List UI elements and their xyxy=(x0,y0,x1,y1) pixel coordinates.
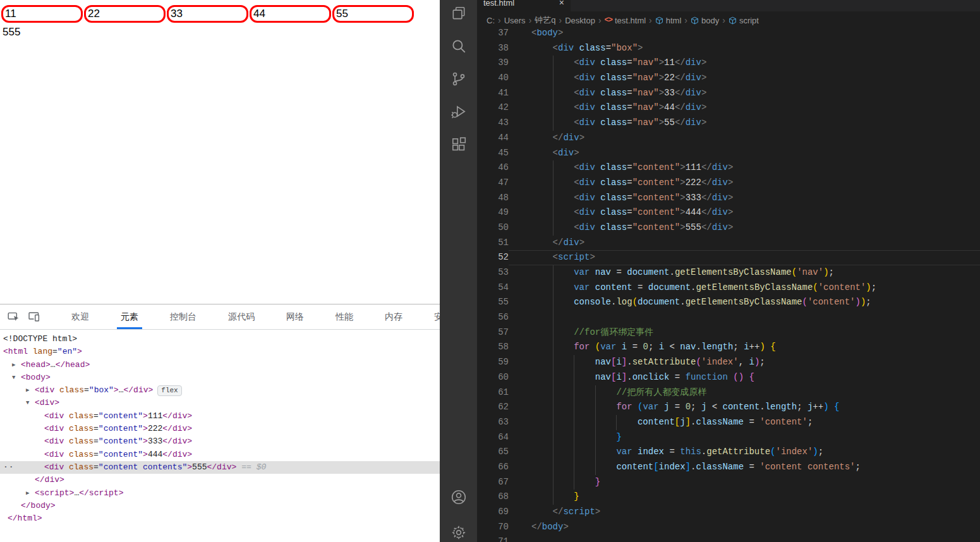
line-number[interactable]: 39 xyxy=(477,56,509,71)
line-number[interactable]: 62 xyxy=(477,400,509,415)
devtools-tab-安全性[interactable]: 安全性 xyxy=(418,304,440,329)
inspect-element-icon[interactable] xyxy=(7,310,20,323)
breadcrumb-item-script[interactable]: script xyxy=(729,16,759,25)
devtools-tab-源代码[interactable]: 源代码 xyxy=(212,304,270,329)
line-number[interactable]: 38 xyxy=(477,41,509,56)
line-number[interactable]: 59 xyxy=(477,355,509,370)
line-number[interactable]: 69 xyxy=(477,505,509,520)
line-number[interactable]: 46 xyxy=(477,160,509,176)
elements-tree-row[interactable]: ▶<script>…</script> xyxy=(0,487,440,500)
code-line-39[interactable]: 39<div class="nav">11</div> xyxy=(477,56,980,71)
code-line-68[interactable]: 68} xyxy=(477,490,980,505)
devtools-tab-内存[interactable]: 内存 xyxy=(369,304,418,329)
code-line-50[interactable]: 50<div class="content">555</div> xyxy=(477,220,980,236)
line-number[interactable]: 63 xyxy=(477,415,509,430)
device-toolbar-icon[interactable] xyxy=(27,310,40,323)
line-number[interactable]: 65 xyxy=(477,445,509,460)
code-line-63[interactable]: 63content[j].className = 'content'; xyxy=(477,415,980,430)
elements-tree-row[interactable]: </body> xyxy=(0,500,440,512)
code-line-65[interactable]: 65var index = this.getAttribute('index')… xyxy=(477,445,980,460)
code-line-48[interactable]: 48<div class="content">333</div> xyxy=(477,191,980,206)
elements-tree-row[interactable]: <div class="content">222</div> xyxy=(0,423,440,435)
elements-tree-row[interactable]: <!DOCTYPE html> xyxy=(0,333,440,346)
line-number[interactable]: 45 xyxy=(477,146,509,161)
line-number[interactable]: 43 xyxy=(477,116,509,131)
line-number[interactable]: 54 xyxy=(477,280,509,296)
search-icon[interactable] xyxy=(451,38,467,54)
code-line-47[interactable]: 47<div class="content">222</div> xyxy=(477,176,980,191)
code-line-56[interactable]: 56 xyxy=(477,310,980,325)
nav-box[interactable]: 33 xyxy=(167,5,248,23)
line-number[interactable]: 58 xyxy=(477,340,509,355)
devtools-tab-网络[interactable]: 网络 xyxy=(270,304,320,329)
breadcrumb-item-C:[interactable]: C: xyxy=(487,16,495,25)
code-line-43[interactable]: 43<div class="nav">55</div> xyxy=(477,116,980,131)
line-number[interactable]: 41 xyxy=(477,86,509,101)
line-number[interactable]: 37 xyxy=(477,29,509,41)
collapse-arrow-icon[interactable]: ▼ xyxy=(26,397,29,409)
elements-tree-row[interactable]: <div class="content">333</div> xyxy=(0,435,440,448)
breadcrumb-item-test.html[interactable]: <>test.html xyxy=(605,16,646,25)
expand-arrow-icon[interactable]: ▶ xyxy=(26,487,29,500)
code-line-71[interactable]: 71 xyxy=(477,534,980,542)
line-number[interactable]: 68 xyxy=(477,490,509,505)
code-line-42[interactable]: 42<div class="nav">44</div> xyxy=(477,100,980,116)
line-number[interactable]: 57 xyxy=(477,325,509,340)
close-icon[interactable]: × xyxy=(559,0,564,8)
collapse-arrow-icon[interactable]: ▼ xyxy=(12,371,15,384)
line-number[interactable]: 70 xyxy=(477,520,509,535)
code-line-62[interactable]: 62for (var j = 0; j < content.length; j+… xyxy=(477,400,980,415)
code-line-69[interactable]: 69</script> xyxy=(477,505,980,520)
line-number[interactable]: 66 xyxy=(477,460,509,475)
breadcrumb-item-Desktop[interactable]: Desktop xyxy=(565,16,595,25)
account-icon[interactable] xyxy=(451,489,467,505)
line-number[interactable]: 53 xyxy=(477,265,509,280)
breadcrumb-item-钟艺q[interactable]: 钟艺q xyxy=(535,15,555,26)
code-line-57[interactable]: 57//for循环绑定事件 xyxy=(477,325,980,340)
line-number[interactable]: 71 xyxy=(477,534,509,542)
code-line-38[interactable]: 38<div class="box"> xyxy=(477,41,980,56)
elements-tree-row[interactable]: <html lang="en"> xyxy=(0,346,440,358)
line-number[interactable]: 40 xyxy=(477,71,509,86)
code-line-67[interactable]: 67} xyxy=(477,475,980,490)
devtools-tab-元素[interactable]: 元素 xyxy=(105,304,154,329)
line-number[interactable]: 52 xyxy=(477,250,509,265)
elements-tree-row[interactable]: <div class="content">444</div> xyxy=(0,449,440,461)
source-control-icon[interactable] xyxy=(451,71,467,87)
code-line-45[interactable]: 45<div> xyxy=(477,146,980,161)
nav-box[interactable]: 11 xyxy=(1,5,83,23)
code-line-66[interactable]: 66content[index].className = 'content co… xyxy=(477,460,980,475)
line-number[interactable]: 64 xyxy=(477,430,509,445)
code-line-64[interactable]: 64} xyxy=(477,430,980,445)
code-line-59[interactable]: 59nav[i].setAttribute('index', i); xyxy=(477,355,980,370)
devtools-tab-欢迎[interactable]: 欢迎 xyxy=(56,304,105,329)
code-line-51[interactable]: 51</div> xyxy=(477,236,980,251)
code-line-37[interactable]: 37<body> xyxy=(477,29,980,41)
code-line-54[interactable]: 54var content = document.getElementsByCl… xyxy=(477,280,980,296)
breadcrumb-item-html[interactable]: html xyxy=(655,16,682,25)
elements-tree-row[interactable]: ▼<body> xyxy=(0,371,440,384)
line-number[interactable]: 50 xyxy=(477,220,509,236)
code-line-41[interactable]: 41<div class="nav">33</div> xyxy=(477,86,980,101)
elements-tree-row[interactable]: ··<div class="content contents">555</div… xyxy=(0,461,440,474)
elements-tree-row[interactable]: ▼<div> xyxy=(0,397,440,409)
tab-test-html[interactable]: test.html × xyxy=(477,0,571,11)
elements-tree-row[interactable]: </div> xyxy=(0,474,440,486)
expand-arrow-icon[interactable]: ▶ xyxy=(12,359,15,371)
code-line-60[interactable]: 60nav[i].onclick = function () { xyxy=(477,370,980,385)
code-line-52[interactable]: 52<script> xyxy=(477,250,980,265)
settings-gear-icon[interactable] xyxy=(451,524,467,541)
code-line-61[interactable]: 61//把所有人都变成原样 xyxy=(477,385,980,400)
line-number[interactable]: 49 xyxy=(477,205,509,220)
code-line-53[interactable]: 53var nav = document.getElementsByClassN… xyxy=(477,265,980,280)
nav-box[interactable]: 22 xyxy=(84,5,166,23)
line-number[interactable]: 56 xyxy=(477,310,509,325)
line-number[interactable]: 61 xyxy=(477,385,509,400)
extensions-icon[interactable] xyxy=(451,136,467,153)
devtools-tab-性能[interactable]: 性能 xyxy=(320,304,369,329)
code-line-40[interactable]: 40<div class="nav">22</div> xyxy=(477,71,980,86)
devtools-tab-控制台[interactable]: 控制台 xyxy=(154,304,212,329)
breadcrumb-item-body[interactable]: body xyxy=(691,16,719,25)
expand-arrow-icon[interactable]: ▶ xyxy=(26,384,29,397)
line-number[interactable]: 55 xyxy=(477,295,509,310)
